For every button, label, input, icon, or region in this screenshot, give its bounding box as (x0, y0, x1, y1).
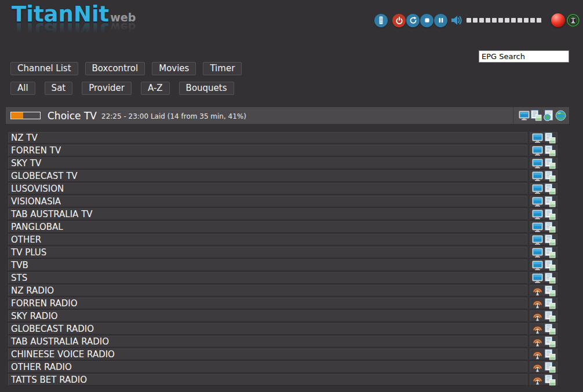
epg-list-icon[interactable] (545, 349, 556, 360)
tv-zap-icon[interactable] (532, 222, 543, 232)
epg-list-icon[interactable] (545, 273, 556, 284)
epg-list-icon[interactable] (531, 110, 542, 121)
tv-zap-icon[interactable] (532, 248, 543, 258)
epg-list-icon[interactable] (545, 285, 556, 296)
channel-name[interactable]: OTHER (8, 234, 527, 246)
channel-name[interactable]: GLOBECAST RADIO (8, 323, 527, 335)
volume-segment[interactable] (524, 18, 529, 23)
tv-zap-icon[interactable] (532, 184, 543, 194)
radio-zap-icon[interactable] (532, 286, 543, 296)
tv-zap-icon[interactable] (532, 235, 543, 245)
volume-segment[interactable] (518, 18, 522, 23)
radio-zap-icon[interactable] (532, 337, 543, 347)
tv-zap-icon[interactable] (532, 261, 543, 270)
epg-list-icon[interactable] (545, 196, 556, 207)
nav-channel-list-button[interactable]: Channel List (10, 62, 78, 75)
channel-name[interactable]: TATTS BET RADIO (8, 374, 527, 386)
epg-list-icon[interactable] (545, 362, 556, 373)
epg-list-icon[interactable] (545, 247, 556, 258)
epg-search-input[interactable] (479, 50, 569, 63)
channel-name[interactable]: STS (8, 272, 527, 284)
radio-zap-icon[interactable] (532, 350, 543, 360)
nav-boxcontrol-button[interactable]: Boxcontrol (85, 62, 145, 75)
channel-name[interactable]: LUSOVISION (8, 183, 527, 195)
channel-name[interactable]: NZ TV (8, 132, 527, 144)
volume-segment[interactable] (492, 18, 497, 23)
web-epg-icon[interactable] (543, 110, 554, 122)
volume-mute-button[interactable] (450, 14, 463, 27)
epg-list-icon[interactable] (545, 375, 556, 386)
nav-movies-button[interactable]: Movies (152, 62, 196, 75)
epg-list-icon[interactable] (545, 336, 556, 347)
epg-list-icon[interactable] (545, 222, 556, 233)
stream-globe-icon[interactable] (555, 110, 566, 121)
record-ball-icon[interactable] (551, 13, 565, 27)
tv-zap-icon[interactable] (519, 111, 530, 120)
channel-name[interactable]: TAB AUSTRALIA TV (8, 208, 527, 220)
volume-segment[interactable] (473, 18, 478, 23)
remote-button[interactable] (374, 14, 388, 27)
channel-name[interactable]: OTHER RADIO (8, 361, 527, 373)
channel-name[interactable]: TV PLUS (8, 247, 527, 258)
channel-name[interactable]: FORREN RADIO (8, 298, 527, 309)
radio-zap-icon[interactable] (532, 375, 543, 385)
volume-segment[interactable] (511, 18, 516, 23)
tv-zap-icon[interactable] (532, 146, 543, 156)
radio-zap-icon[interactable] (532, 299, 543, 309)
filter-sat-button[interactable]: Sat (45, 82, 73, 95)
volume-segment[interactable] (530, 18, 535, 23)
filter-a-z-button[interactable]: A-Z (141, 82, 170, 95)
channel-name[interactable]: SKY RADIO (8, 310, 527, 322)
epg-list-icon[interactable] (545, 235, 556, 246)
channel-name[interactable]: PANGLOBAL (8, 221, 527, 233)
channel-name[interactable]: VISIONASIA (8, 196, 527, 207)
tv-zap-icon[interactable] (532, 159, 543, 168)
epg-list-icon[interactable] (545, 311, 556, 322)
tv-zap-icon[interactable] (532, 273, 543, 283)
now-playing-bar: Choice TV 22:25 - 23:00 Laid (14 from 35… (6, 107, 569, 124)
radio-zap-icon[interactable] (532, 362, 543, 372)
epg-list-icon[interactable] (545, 298, 556, 309)
current-channel-name: Choice TV (48, 110, 97, 122)
stop-button[interactable] (420, 14, 433, 27)
channel-name[interactable]: NZ RADIO (8, 285, 527, 296)
volume-segment[interactable] (467, 18, 471, 23)
channel-name[interactable]: SKY TV (8, 157, 527, 169)
channel-name[interactable]: GLOBECAST TV (8, 170, 527, 182)
channel-actions (530, 310, 558, 322)
volume-segment[interactable] (498, 18, 503, 23)
nav-timer-button[interactable]: Timer (203, 62, 242, 75)
tv-zap-icon[interactable] (532, 171, 543, 181)
volume-segment[interactable] (486, 18, 490, 23)
tv-zap-icon[interactable] (532, 210, 543, 219)
channel-row: OTHER RADIO (8, 361, 560, 373)
channel-name[interactable]: FORREN TV (8, 145, 527, 156)
stream-button[interactable] (567, 14, 580, 27)
power-button[interactable] (392, 14, 406, 27)
epg-list-icon[interactable] (545, 145, 556, 156)
restart-button[interactable] (406, 14, 420, 27)
epg-list-icon[interactable] (545, 158, 556, 169)
filter-bouquets-button[interactable]: Bouquets (179, 82, 234, 95)
channel-name[interactable]: CHINEESE VOICE RADIO (8, 349, 527, 360)
epg-list-icon[interactable] (545, 184, 556, 195)
volume-segment[interactable] (537, 18, 541, 23)
epg-list-icon[interactable] (545, 209, 556, 220)
filter-all-button[interactable]: All (10, 82, 35, 95)
epg-list-icon[interactable] (545, 133, 556, 144)
channel-name[interactable]: TVB (8, 259, 527, 271)
channel-name[interactable]: TAB AUSTRALIA RADIO (8, 336, 527, 347)
pause-button[interactable] (434, 14, 447, 27)
radio-zap-icon[interactable] (532, 324, 543, 334)
volume-segment[interactable] (505, 18, 509, 23)
tv-zap-icon[interactable] (532, 133, 543, 143)
epg-list-icon[interactable] (545, 324, 556, 335)
channel-actions (530, 298, 558, 309)
tv-zap-icon[interactable] (532, 197, 543, 207)
filter-provider-button[interactable]: Provider (82, 82, 132, 95)
volume-segment[interactable] (479, 18, 484, 23)
epg-list-icon[interactable] (545, 171, 556, 182)
epg-list-icon[interactable] (545, 260, 556, 271)
radio-zap-icon[interactable] (532, 312, 543, 321)
channel-row: GLOBECAST TV (8, 170, 560, 182)
